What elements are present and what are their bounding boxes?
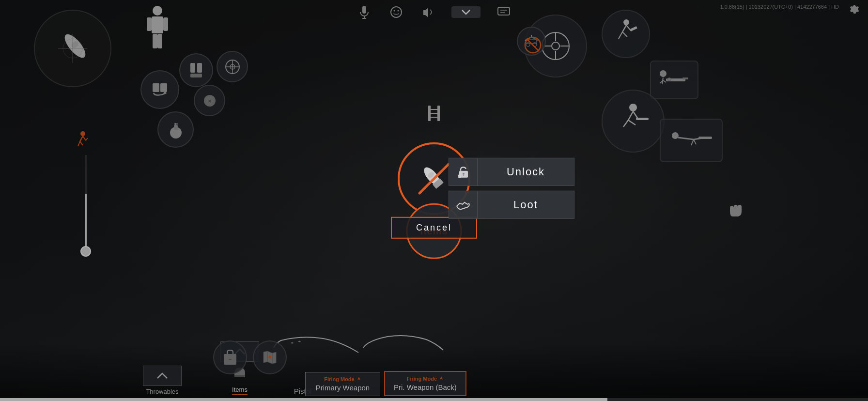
ladder-icon	[424, 104, 444, 123]
unlock-icon	[449, 158, 478, 186]
svg-line-84	[419, 164, 449, 193]
scrollbar-fill	[0, 398, 607, 401]
loot-label: Loot	[478, 191, 574, 219]
cancel-button[interactable]: Cancel	[391, 217, 477, 239]
action-buttons-group: Unlock Loot	[449, 158, 574, 219]
center-action-wheel: Items Cancel Unlock	[289, 79, 579, 322]
bottom-scrollbar[interactable]	[0, 398, 868, 401]
loot-button[interactable]: Loot	[449, 191, 574, 219]
unlock-button[interactable]: Unlock	[449, 158, 574, 186]
loot-icon	[449, 191, 478, 219]
unlock-label: Unlock	[478, 158, 574, 186]
svg-point-86	[463, 173, 465, 175]
